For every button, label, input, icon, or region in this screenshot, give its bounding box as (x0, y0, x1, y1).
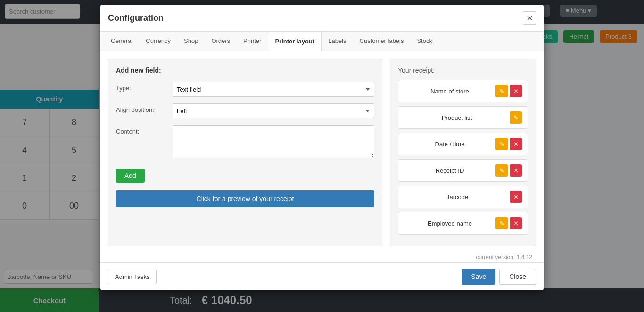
tab-customer-labels[interactable]: Customer labels (353, 32, 411, 51)
content-label: Content: (116, 125, 173, 135)
modal-close-button[interactable]: ✕ (523, 11, 536, 25)
type-label: Type: (116, 82, 173, 92)
receipt-item-barcode: Barcode ✕ (398, 186, 528, 208)
align-select[interactable]: Left Center Right (173, 103, 374, 118)
edit-receipt-id-button[interactable]: ✎ (495, 164, 508, 177)
delete-date-time-button[interactable]: ✕ (510, 138, 522, 150)
footer-action-buttons: Save Close (462, 269, 536, 285)
modal-tabs: General Currency Shop Orders Printer Pri… (100, 32, 544, 51)
add-new-field-title: Add new field: (116, 67, 374, 74)
receipt-item-label-date-time: Date / time (404, 141, 495, 148)
modal-header: Configuration ✕ (100, 5, 544, 32)
save-button[interactable]: Save (462, 269, 495, 285)
content-field-group: Content: (116, 125, 374, 158)
delete-name-of-store-button[interactable]: ✕ (510, 85, 522, 97)
tab-stock[interactable]: Stock (410, 32, 439, 51)
tab-shop[interactable]: Shop (177, 32, 205, 51)
align-field-group: Align position: Left Center Right (116, 103, 374, 118)
tab-currency[interactable]: Currency (139, 32, 177, 51)
receipt-item-actions-receipt-id: ✎ ✕ (495, 164, 522, 177)
modal-title: Configuration (108, 13, 164, 23)
receipt-item-label-receipt-id: Receipt ID (404, 167, 495, 174)
edit-name-of-store-button[interactable]: ✎ (495, 85, 508, 97)
admin-tasks-button[interactable]: Admin Tasks (108, 270, 157, 284)
version-text: current version: 1.4.12 (100, 254, 544, 261)
tab-printer[interactable]: Printer (237, 32, 268, 51)
modal-footer: Admin Tasks Save Close (100, 262, 544, 290)
edit-product-list-button[interactable]: ✎ (510, 111, 522, 124)
edit-employee-name-button[interactable]: ✎ (495, 217, 508, 229)
content-textarea[interactable] (173, 125, 374, 158)
receipt-item-actions-name-of-store: ✎ ✕ (495, 85, 522, 97)
receipt-item-label-barcode: Barcode (404, 194, 510, 201)
receipt-item-employee-name: Employee name ✎ ✕ (398, 212, 528, 235)
tab-general[interactable]: General (104, 32, 139, 51)
receipt-item-receipt-id: Receipt ID ✎ ✕ (398, 159, 528, 182)
receipt-item-actions-employee-name: ✎ ✕ (495, 217, 522, 229)
receipt-item-label-product-list: Product list (404, 114, 510, 121)
add-field-button[interactable]: Add (116, 169, 145, 183)
your-receipt-title: Your receipt: (398, 67, 528, 74)
right-panel: Your receipt: Name of store ✎ ✕ Product … (390, 59, 536, 246)
delete-receipt-id-button[interactable]: ✕ (510, 164, 522, 177)
receipt-item-label-employee-name: Employee name (404, 220, 495, 227)
delete-employee-name-button[interactable]: ✕ (510, 217, 522, 229)
preview-receipt-button[interactable]: Click for a preview of your receipt (116, 190, 374, 207)
delete-barcode-button[interactable]: ✕ (510, 191, 522, 203)
type-field-group: Type: Text field Image Line Barcode (116, 82, 374, 97)
close-button[interactable]: Close (499, 269, 536, 285)
tab-orders[interactable]: Orders (205, 32, 237, 51)
receipt-item-product-list: Product list ✎ (398, 106, 528, 129)
tab-labels[interactable]: Labels (322, 32, 353, 51)
type-select[interactable]: Text field Image Line Barcode (173, 82, 374, 97)
align-label: Align position: (116, 103, 173, 113)
modal-body: Add new field: Type: Text field Image Li… (100, 51, 544, 254)
receipt-item-name-of-store: Name of store ✎ ✕ (398, 80, 528, 102)
tab-printer-layout[interactable]: Printer layout (268, 32, 322, 51)
receipt-item-actions-product-list: ✎ (510, 111, 522, 124)
receipt-item-actions-barcode: ✕ (510, 191, 522, 203)
receipt-item-actions-date-time: ✎ ✕ (495, 138, 522, 150)
receipt-item-date-time: Date / time ✎ ✕ (398, 133, 528, 155)
configuration-modal: Configuration ✕ General Currency Shop Or… (100, 5, 544, 290)
edit-date-time-button[interactable]: ✎ (495, 138, 508, 150)
receipt-item-label-name-of-store: Name of store (404, 88, 495, 95)
left-panel: Add new field: Type: Text field Image Li… (108, 59, 382, 246)
